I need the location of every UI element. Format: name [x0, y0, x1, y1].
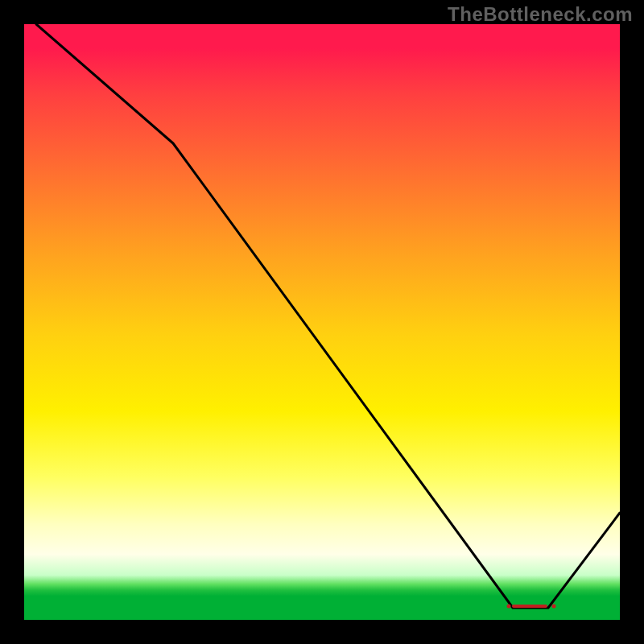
series-curve [36, 24, 620, 608]
svg-point-0 [507, 605, 511, 609]
chart-svg [24, 24, 620, 620]
watermark-text: TheBottleneck.com [448, 3, 633, 26]
chart-container: TheBottleneck.com [0, 0, 644, 644]
svg-point-2 [552, 605, 556, 609]
svg-rect-1 [512, 605, 547, 608]
